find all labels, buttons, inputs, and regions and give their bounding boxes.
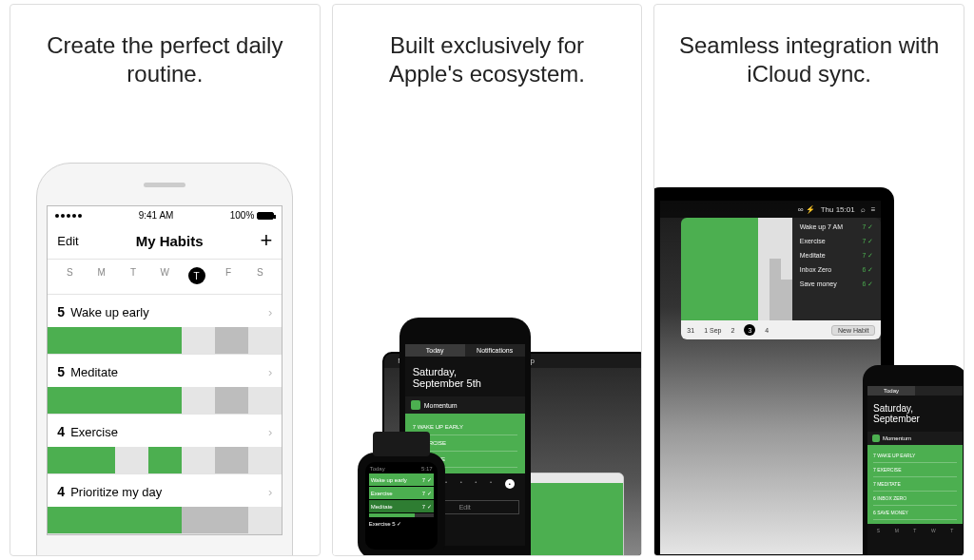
weekday-t[interactable]: T: [188, 267, 205, 284]
search-icon[interactable]: ⌕: [861, 205, 866, 214]
widget-header[interactable]: Momentum: [405, 396, 525, 414]
watch-habit-row[interactable]: Wake up early7 ✓: [369, 473, 434, 486]
weekday-s[interactable]: S: [251, 267, 268, 284]
habit-row[interactable]: 5Meditate›: [48, 355, 282, 415]
iphone-screen: 9:41 AM 100% Edit My Habits + SMTWTFS 5W…: [47, 205, 282, 535]
date-line: September 5th: [413, 377, 517, 389]
ipad-device: ∞ ⚡ Thu 15:01 ⌕ ≡ Wake up 7 AM7 ✓Exercis…: [654, 187, 894, 555]
app-icon: [411, 400, 420, 410]
watch-time: 5:17: [421, 466, 433, 472]
watch-habit-row[interactable]: Exercise7 ✓: [369, 487, 434, 499]
popover-habit-item[interactable]: Exercise7 ✓: [800, 238, 874, 245]
today-tabs[interactable]: Today: [867, 386, 963, 396]
day-letter[interactable]: S: [877, 528, 880, 533]
weekday-f[interactable]: F: [220, 267, 237, 284]
watch-footer-row: Exercise 5 ✓: [369, 517, 434, 527]
popover-habit-item[interactable]: Save money6 ✓: [800, 280, 874, 288]
status-time: 9:41 AM: [139, 210, 174, 221]
day-letters-row[interactable]: SMTWT: [867, 524, 963, 537]
chevron-right-icon[interactable]: ›: [268, 485, 272, 499]
panel2-stage: Momentum File Edit Window Help 29 30: [333, 111, 642, 555]
current-day-dot[interactable]: •: [505, 479, 515, 489]
widget-habit-item[interactable]: 6 SAVE MONEY: [873, 506, 957, 520]
new-habit-button[interactable]: New Habit: [831, 325, 875, 336]
habit-week-bars: [48, 387, 282, 414]
panel2-headline: Built exclusively for Apple's ecosystem.: [333, 5, 642, 111]
axis-date[interactable]: 4: [765, 327, 769, 334]
battery-icon: [257, 212, 274, 220]
day-letter[interactable]: W: [931, 528, 936, 533]
habit-name: Meditate: [70, 365, 263, 379]
date-line: Saturday,: [413, 366, 517, 377]
iphone-dark-screen-2: Today Saturday, September Momentum 7 WAK…: [867, 386, 963, 555]
screenshot-panel-3: Seamless integration with iCloud sync. ∞…: [653, 4, 964, 556]
habit-name: Wake up early: [70, 305, 263, 319]
date-line: September: [873, 414, 957, 424]
habit-row[interactable]: 4Prioritize my day›: [48, 474, 282, 534]
tab-blank[interactable]: [915, 386, 963, 396]
date-line: Saturday,: [873, 403, 957, 414]
watch-statusbar: Today 5:17: [369, 466, 434, 473]
widget-header[interactable]: Momentum: [867, 432, 963, 445]
axis-date[interactable]: 1 Sep: [704, 327, 721, 334]
popover-habit-item[interactable]: Inbox Zero6 ✓: [800, 266, 874, 274]
day-letter[interactable]: M: [895, 528, 899, 533]
ipad-screen: ∞ ⚡ Thu 15:01 ⌕ ≡ Wake up 7 AM7 ✓Exercis…: [660, 201, 881, 554]
habit-streak-count: 5: [57, 304, 65, 319]
popover-chart: [681, 218, 791, 320]
habit-row[interactable]: 5Wake up early›: [48, 295, 282, 355]
today-tabs[interactable]: Today Notifications: [405, 344, 525, 357]
weekday-w[interactable]: W: [156, 267, 173, 284]
watch-habit-row[interactable]: Meditate7 ✓: [369, 500, 434, 512]
panel1-headline: Create the perfect daily routine.: [10, 5, 320, 111]
nav-bar: Edit My Habits +: [48, 224, 282, 260]
popover-habit-item[interactable]: Wake up 7 AM7 ✓: [800, 223, 874, 231]
day-letter[interactable]: T: [913, 528, 916, 533]
widget-habit-item[interactable]: 7 WAKE UP EARLY: [873, 449, 957, 463]
widget-habit-list[interactable]: 7 WAKE UP EARLY7 EXERCISE7 MEDITATE6 INB…: [867, 445, 963, 524]
weekday-m[interactable]: M: [93, 267, 110, 284]
menu-icon[interactable]: ≡: [871, 205, 876, 214]
widget-habit-item[interactable]: 6 INBOX ZERO: [873, 492, 957, 506]
tab-today[interactable]: Today: [867, 386, 915, 396]
watch-mini-bar-chart: [369, 513, 434, 517]
signal-icon: [55, 214, 82, 218]
tab-notifications[interactable]: Notifications: [465, 344, 525, 357]
habit-week-bars: [48, 507, 282, 533]
battery-percent: 100%: [230, 210, 255, 221]
widget-habit-item[interactable]: 7 EXERCISE: [873, 463, 957, 477]
axis-date[interactable]: 3: [744, 324, 755, 336]
apple-watch-device: Today 5:17 Wake up early7 ✓Exercise7 ✓Me…: [358, 453, 445, 555]
add-habit-button[interactable]: +: [260, 230, 272, 251]
iphone-dark-device-2: Today Saturday, September Momentum 7 WAK…: [863, 365, 964, 555]
status-bar: 9:41 AM 100%: [48, 206, 282, 224]
habit-week-bars: [48, 327, 282, 354]
axis-date[interactable]: 31: [687, 327, 694, 334]
chart-bar-grey: [769, 259, 781, 320]
chevron-right-icon[interactable]: ›: [268, 365, 272, 379]
popover-habit-list[interactable]: Wake up 7 AM7 ✓Exercise7 ✓Meditate7 ✓Inb…: [792, 218, 882, 320]
watch-habit-list[interactable]: Wake up early7 ✓Exercise7 ✓Meditate7 ✓: [369, 473, 434, 512]
wifi-icon: ∞ ⚡: [798, 205, 815, 214]
weekday-selector[interactable]: SMTWTFS: [48, 260, 282, 295]
date-heading: Saturday, September 5th: [405, 357, 525, 396]
panel1-stage: 9:41 AM 100% Edit My Habits + SMTWTFS 5W…: [10, 111, 320, 555]
axis-date[interactable]: 2: [730, 327, 734, 334]
habit-row[interactable]: 4Exercise›: [48, 415, 282, 474]
menubar-popover[interactable]: Wake up 7 AM7 ✓Exercise7 ✓Meditate7 ✓Inb…: [681, 218, 881, 339]
edit-button[interactable]: Edit: [57, 234, 78, 248]
ipad-menubar: ∞ ⚡ Thu 15:01 ⌕ ≡: [660, 201, 881, 218]
habits-list: 5Wake up early›5Meditate›4Exercise›4Prio…: [48, 295, 282, 534]
weekday-s[interactable]: S: [61, 267, 78, 284]
tab-today[interactable]: Today: [405, 344, 465, 357]
screen-title: My Habits: [136, 233, 204, 249]
popover-habit-item[interactable]: Meditate7 ✓: [800, 252, 874, 260]
chevron-right-icon[interactable]: ›: [268, 425, 272, 439]
chevron-right-icon[interactable]: ›: [268, 305, 272, 319]
weekday-t[interactable]: T: [125, 267, 142, 284]
widget-habit-item[interactable]: 7 MEDITATE: [873, 477, 957, 492]
watch-title: Today: [370, 466, 385, 472]
screenshot-panel-1: Create the perfect daily routine. 9:41 A…: [10, 4, 321, 556]
popover-date-axis[interactable]: 311 Sep234New Habit: [681, 320, 881, 339]
day-letter[interactable]: T: [950, 528, 953, 533]
